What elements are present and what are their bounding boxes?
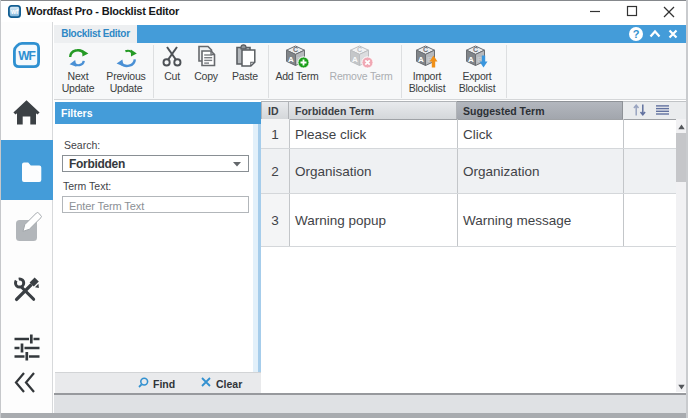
svg-text:WF: WF bbox=[18, 49, 35, 63]
svg-text:A: A bbox=[288, 55, 294, 64]
svg-text:C: C bbox=[423, 46, 428, 53]
svg-text:C: C bbox=[473, 46, 478, 53]
svg-text:A: A bbox=[352, 55, 358, 64]
svg-text:C: C bbox=[293, 46, 298, 53]
svg-text:C: C bbox=[357, 46, 362, 53]
svg-text:A: A bbox=[468, 55, 474, 64]
svg-text:A: A bbox=[418, 55, 424, 64]
svg-text:wf: wf bbox=[10, 8, 19, 15]
